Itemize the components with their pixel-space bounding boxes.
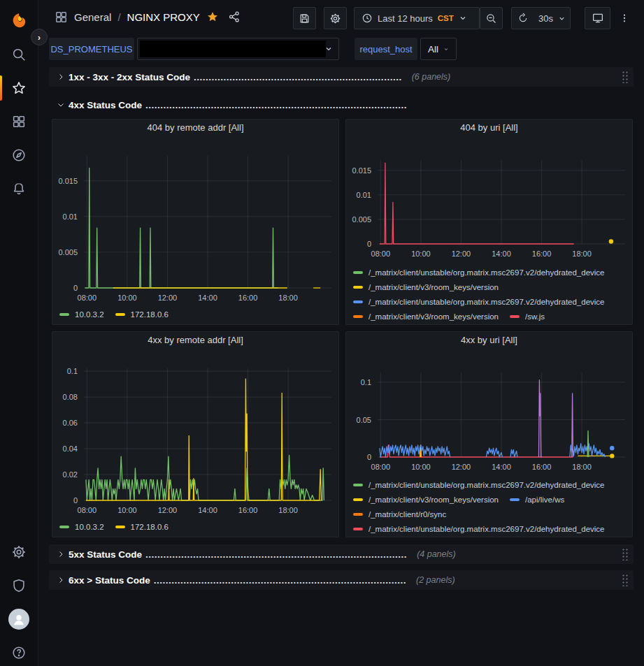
svg-text:0.005: 0.005 xyxy=(352,215,371,224)
refresh-interval-value: 30s xyxy=(538,13,553,24)
time-range-picker[interactable]: Last 12 hours CST xyxy=(354,7,480,29)
legend-item[interactable]: /_matrix/client/v3/room_keys/version xyxy=(353,492,499,507)
row-drag-handle[interactable] xyxy=(622,548,628,560)
svg-text:18:00: 18:00 xyxy=(278,506,298,514)
legend-item[interactable]: 10.0.3.2 xyxy=(59,307,104,321)
legend-series-swatch xyxy=(353,513,363,516)
svg-text:0.04: 0.04 xyxy=(63,444,78,453)
svg-text:0.08: 0.08 xyxy=(63,393,78,401)
kiosk-mode-button[interactable] xyxy=(585,7,610,29)
refresh-button[interactable] xyxy=(511,7,535,29)
legend-series-label: 172.18.0.6 xyxy=(131,310,169,319)
user-avatar[interactable] xyxy=(0,604,38,635)
row-panel-count: (2 panels) xyxy=(416,575,455,585)
legend-series-label: /_matrix/client/v3/room_keys/version xyxy=(368,495,499,504)
favorite-star-icon[interactable] xyxy=(206,10,219,23)
configuration-gear-icon[interactable] xyxy=(0,537,38,567)
request-host-variable-value[interactable]: All xyxy=(420,38,457,60)
row-6xx[interactable]: 6xx > Status Code ......................… xyxy=(49,570,634,590)
panel-title[interactable]: 404 by uri [All] xyxy=(346,122,632,133)
legend-series-label: 172.18.0.6 xyxy=(131,523,169,531)
help-icon[interactable] xyxy=(0,637,38,666)
legend-series-label: /_matrix/client/unstable/org.matrix.msc2… xyxy=(368,481,605,489)
panel-4xx-by-remote-addr: 4xx by remote addr [All] 00.020.040.060.… xyxy=(52,331,339,537)
server-admin-shield-icon[interactable] xyxy=(0,570,38,601)
legend-series-label: 10.0.3.2 xyxy=(75,310,104,319)
timeseries-chart[interactable]: 00.0050.010.01508:0010:0012:0014:0016:00… xyxy=(347,152,632,262)
row-5xx[interactable]: 5xx Status Code ........................… xyxy=(49,544,634,564)
row-title: 6xx > Status Code xyxy=(69,575,150,586)
svg-text:0.005: 0.005 xyxy=(58,248,78,256)
svg-text:0.015: 0.015 xyxy=(352,166,371,175)
legend-series-swatch xyxy=(59,526,69,528)
panel-title[interactable]: 404 by remote addr [All] xyxy=(52,122,338,133)
svg-text:0: 0 xyxy=(367,453,371,461)
panel-title[interactable]: 4xx by uri [All] xyxy=(346,335,632,345)
request-host-label-text: request_host xyxy=(359,44,412,55)
legend-item[interactable]: /_matrix/client/unstable/org.matrix.msc2… xyxy=(353,477,605,492)
timeseries-chart[interactable]: 00.050.108:0010:0012:0014:0016:0018:00 xyxy=(347,364,632,475)
explore-compass-icon[interactable] xyxy=(0,140,38,171)
more-options-kebab-button[interactable] xyxy=(615,7,634,29)
share-icon[interactable] xyxy=(228,10,241,23)
legend-series-swatch xyxy=(353,498,363,501)
panel-404-by-remote-addr: 404 by remote addr [All] 00.0050.010.015… xyxy=(52,119,339,325)
zoom-out-button[interactable] xyxy=(480,7,503,29)
variables-submenu: DS_PROMETHEUS request_host All xyxy=(38,34,644,61)
datasource-variable-label[interactable]: DS_PROMETHEUS xyxy=(49,38,134,60)
svg-text:0.06: 0.06 xyxy=(63,419,78,427)
panel-4xx-by-uri: 4xx by uri [All] 00.050.108:0010:0012:00… xyxy=(345,331,633,537)
legend-item[interactable]: 10.0.3.2 xyxy=(59,519,104,534)
datasource-value-redacted xyxy=(140,41,326,57)
breadcrumb: General / NGINX PROXY xyxy=(55,0,241,34)
svg-text:12:00: 12:00 xyxy=(452,463,471,471)
legend-series-swatch xyxy=(353,301,363,303)
timeseries-chart[interactable]: 00.020.040.060.080.108:0010:0012:0014:00… xyxy=(53,360,338,519)
svg-text:0.1: 0.1 xyxy=(67,367,78,375)
row-drag-handle[interactable] xyxy=(622,71,628,83)
breadcrumb-dashboard-title[interactable]: NGINX PROXY xyxy=(127,11,200,23)
legend-series-label: /_matrix/client/unstable/org.matrix.msc2… xyxy=(368,525,605,533)
chevron-right-icon xyxy=(55,71,67,83)
legend-item[interactable]: /sw.js xyxy=(510,309,545,324)
search-icon[interactable] xyxy=(0,39,38,70)
datasource-label-text: DS_PROMETHEUS xyxy=(50,44,132,55)
row-4xx[interactable]: 4xx Status Code ........................… xyxy=(49,96,634,113)
timeseries-chart[interactable]: 00.0050.010.01508:0010:0012:0014:0016:00… xyxy=(53,147,338,306)
row-drag-handle[interactable] xyxy=(622,574,628,586)
legend-series-swatch xyxy=(59,313,69,316)
svg-text:10:00: 10:00 xyxy=(411,463,431,471)
legend-item[interactable]: 172.18.0.6 xyxy=(115,519,169,534)
legend-item[interactable]: /_matrix/client/v3/room_keys/version xyxy=(353,280,499,294)
starred-icon[interactable] xyxy=(0,73,38,103)
chevron-down-icon xyxy=(324,45,333,53)
legend-item[interactable]: /api/live/ws xyxy=(510,492,564,507)
legend-item[interactable]: /_matrix/client/v3/room_keys/version xyxy=(353,309,499,324)
sidebar xyxy=(0,0,38,666)
legend-item[interactable]: 172.18.0.6 xyxy=(115,307,169,321)
panel-title[interactable]: 4xx by remote addr [All] xyxy=(52,335,338,345)
refresh-interval-dropdown[interactable]: 30s xyxy=(534,7,571,29)
datasource-variable-value[interactable] xyxy=(137,38,339,60)
alerting-bell-icon[interactable] xyxy=(0,173,38,204)
legend-item[interactable]: /_matrix/client/unstable/org.matrix.msc2… xyxy=(353,294,605,309)
chart-legend: /_matrix/client/unstable/org.matrix.msc2… xyxy=(353,477,631,537)
legend-item[interactable]: /_matrix/client/unstable/org.matrix.msc2… xyxy=(353,265,605,280)
breadcrumb-folder[interactable]: General xyxy=(74,11,111,23)
sidebar-expand-button[interactable]: › xyxy=(31,29,48,45)
row-title: 4xx Status Code xyxy=(69,100,142,110)
request-host-variable-label[interactable]: request_host xyxy=(355,38,417,60)
save-dashboard-button[interactable] xyxy=(293,7,316,29)
legend-item[interactable]: /_matrix/client/unstable/org.matrix.msc2… xyxy=(353,521,605,536)
legend-series-label: /_matrix/client/r0/sync xyxy=(368,510,446,519)
row-panel-count: (4 panels) xyxy=(417,549,456,559)
row-1xx-3xx-2xx[interactable]: 1xx - 3xx - 2xx Status Code ............… xyxy=(49,67,634,87)
dashboard-settings-button[interactable] xyxy=(324,7,347,29)
svg-text:16:00: 16:00 xyxy=(238,294,258,302)
apps-grid-icon xyxy=(55,10,68,24)
svg-text:16:00: 16:00 xyxy=(532,463,552,471)
svg-text:12:00: 12:00 xyxy=(158,506,178,514)
legend-item[interactable]: /_matrix/client/r0/sync xyxy=(353,507,446,521)
dashboards-icon[interactable] xyxy=(0,106,38,137)
svg-text:0: 0 xyxy=(73,496,78,505)
